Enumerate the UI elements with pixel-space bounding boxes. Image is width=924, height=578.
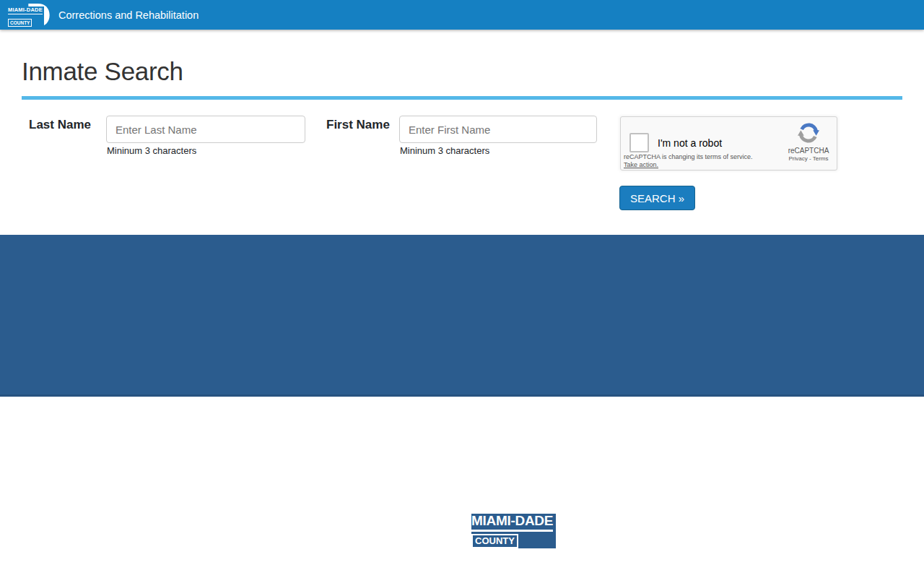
first-name-helper-text: Mininum 3 characters bbox=[400, 145, 489, 156]
footer-logo-county: COUNTY bbox=[471, 534, 518, 548]
footer-miami-dade-county-logo[interactable]: MIAMI-DADE COUNTY bbox=[471, 511, 558, 550]
recaptcha-checkbox-label: I'm not a robot bbox=[658, 137, 722, 149]
copyright-text: Â© 2026 Miami-Dade County. All rights re… bbox=[473, 564, 708, 577]
search-button[interactable]: SEARCH » bbox=[619, 186, 695, 210]
recaptcha-notice-text: reCAPTCHA is changing its terms of servi… bbox=[624, 153, 753, 160]
top-header-bar: MIAMI-DADE COUNTY Corrections and Rehabi… bbox=[0, 0, 924, 30]
header-logo-county: COUNTY bbox=[8, 19, 32, 27]
page-title: Inmate Search bbox=[22, 57, 183, 86]
recaptcha-widget: I'm not a robot reCAPTCHA is changing it… bbox=[620, 116, 837, 171]
title-divider bbox=[22, 96, 902, 100]
recaptcha-take-action-link[interactable]: Take action. bbox=[624, 161, 753, 169]
footer-link-privacy-statement[interactable]: Privacy Statement bbox=[136, 511, 230, 524]
app-title: Corrections and Rehabilitation bbox=[58, 9, 199, 21]
footer-link-ada-notice[interactable]: ADA Notice bbox=[248, 511, 308, 524]
recaptcha-terms-notice: reCAPTCHA is changing its terms of servi… bbox=[624, 153, 753, 169]
recaptcha-privacy-terms: Privacy - Terms bbox=[785, 155, 832, 163]
recaptcha-brand-block: reCAPTCHA Privacy - Terms bbox=[785, 122, 832, 163]
footer-nav: Miami-Dade Home Privacy Statement ADA No… bbox=[22, 511, 493, 524]
last-name-input[interactable] bbox=[106, 116, 305, 143]
recaptcha-privacy-link[interactable]: Privacy bbox=[789, 155, 808, 162]
footer-link-miami-dade-home[interactable]: Miami-Dade Home bbox=[22, 511, 118, 524]
footer-logo-text: MIAMI-DADE COUNTY bbox=[471, 514, 556, 548]
miami-dade-county-logo[interactable]: MIAMI-DADE COUNTY bbox=[8, 3, 54, 27]
recaptcha-checkbox[interactable] bbox=[629, 133, 649, 152]
recaptcha-terms-link[interactable]: Terms bbox=[813, 155, 829, 162]
first-name-label: First Name bbox=[326, 116, 398, 134]
last-name-helper-text: Mininum 3 characters bbox=[107, 145, 196, 156]
recaptcha-brand-label: reCAPTCHA bbox=[785, 147, 832, 155]
footer-link-disclaimer[interactable]: Disclaimer bbox=[326, 511, 380, 524]
footer: Miami-Dade Home Privacy Statement ADA No… bbox=[0, 235, 924, 397]
recaptcha-links-separator: - bbox=[809, 155, 811, 162]
first-name-input[interactable] bbox=[399, 116, 597, 143]
recaptcha-icon bbox=[798, 122, 819, 144]
footer-logo-miami-dade: MIAMI-DADE bbox=[471, 514, 553, 532]
last-name-label: Last Name bbox=[29, 116, 101, 134]
header-logo-text: MIAMI-DADE COUNTY bbox=[8, 7, 44, 27]
header-logo-miami-dade: MIAMI-DADE bbox=[8, 7, 43, 14]
inmate-search-page: MIAMI-DADE COUNTY Corrections and Rehabi… bbox=[0, 0, 924, 578]
